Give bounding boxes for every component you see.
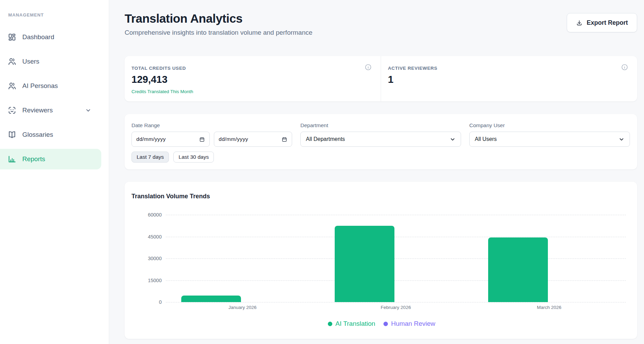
sidebar-item-users[interactable]: Users	[0, 51, 101, 72]
glossary-book-icon	[8, 130, 16, 139]
quick-range-last-7-days[interactable]: Last 7 days	[131, 152, 169, 163]
sidebar-item-glossaries[interactable]: Glossaries	[0, 124, 101, 145]
users-icon	[8, 57, 16, 66]
chevron-down-icon	[618, 136, 625, 143]
y-axis-tick: 60000	[148, 212, 162, 218]
y-axis-tick: 30000	[148, 256, 162, 261]
stat-label: TOTAL CREDITS USED	[131, 66, 372, 71]
stat-card-active-reviewers: ACTIVE REVIEWERS1	[381, 56, 637, 101]
y-axis-tick: 0	[159, 299, 162, 305]
date-range-label: Date Range	[131, 122, 292, 129]
chart-title: Translation Volume Trends	[131, 193, 632, 200]
calendar-icon[interactable]	[281, 136, 287, 142]
quick-range-buttons: Last 7 daysLast 30 days	[131, 152, 292, 163]
chart-legend: AI TranslationHuman Review	[131, 320, 632, 328]
gridline	[166, 302, 626, 302]
filter-row: Date Range dd/mm/yyyy dd/mm/yyyy Last 7 …	[131, 122, 630, 163]
legend-dot	[383, 322, 388, 326]
chart-plot: January 2026February 2026March 2026	[166, 215, 626, 302]
sidebar-item-label: AI Personas	[22, 82, 58, 90]
sidebar-item-ai-personas[interactable]: AI Personas	[0, 76, 101, 96]
department-label: Department	[300, 122, 461, 129]
company-user-selected-value: All Users	[475, 136, 497, 142]
x-axis-label: January 2026	[228, 305, 256, 310]
legend-item-ai-translation: AI Translation	[328, 320, 375, 328]
end-date-value: dd/mm/yyyy	[219, 136, 248, 142]
stat-value: 129,413	[131, 74, 372, 85]
legend-dot	[328, 322, 332, 326]
legend-item-human-review: Human Review	[383, 320, 435, 328]
ai-personas-icon	[8, 81, 16, 90]
y-axis-tick: 45000	[148, 234, 162, 240]
stat-caption: Credits Translated This Month	[131, 89, 372, 94]
sidebar-item-label: Reports	[22, 155, 45, 163]
start-date-input[interactable]: dd/mm/yyyy	[131, 132, 210, 147]
sidebar-item-label: Users	[22, 58, 39, 65]
info-icon[interactable]	[621, 64, 628, 71]
sidebar-item-label: Dashboard	[22, 33, 54, 41]
sidebar-nav: DashboardUsersAI PersonasReviewersGlossa…	[0, 27, 109, 169]
x-axis-label: February 2026	[381, 305, 411, 310]
department-selected-value: All Departments	[306, 136, 345, 142]
end-date-input[interactable]: dd/mm/yyyy	[214, 132, 292, 147]
bar-ai-translation-march-2026	[488, 237, 548, 302]
y-axis: 015000300004500060000	[131, 215, 162, 302]
sidebar: MANAGEMENT DashboardUsersAI PersonasRevi…	[0, 0, 109, 344]
bar-ai-translation-january-2026	[181, 296, 241, 302]
page-subtitle: Comprehensive insights into translation …	[125, 29, 312, 36]
quick-range-last-30-days[interactable]: Last 30 days	[173, 152, 214, 163]
stat-label: ACTIVE REVIEWERS	[388, 66, 628, 71]
gridline	[166, 215, 626, 215]
sidebar-item-reports[interactable]: Reports	[0, 149, 101, 169]
chevron-down-icon	[449, 136, 456, 143]
y-axis-tick: 15000	[148, 278, 162, 283]
sidebar-item-label: Reviewers	[22, 107, 53, 114]
department-select[interactable]: All Departments	[300, 132, 461, 147]
department-group: Department All Departments	[300, 122, 461, 163]
dashboard-grid-icon	[8, 33, 16, 42]
export-report-button[interactable]: Export Report	[567, 13, 637, 32]
stats-card: TOTAL CREDITS USED129,413Credits Transla…	[125, 56, 637, 101]
company-user-select[interactable]: All Users	[469, 132, 630, 147]
reports-chart-icon	[8, 155, 16, 164]
bar-ai-translation-february-2026	[335, 226, 394, 302]
gridline	[166, 237, 626, 237]
legend-label: Human Review	[391, 320, 435, 328]
company-user-label: Company User	[469, 122, 630, 129]
sidebar-item-label: Glossaries	[22, 131, 53, 138]
date-inputs: dd/mm/yyyy dd/mm/yyyy	[131, 132, 292, 147]
date-range-group: Date Range dd/mm/yyyy dd/mm/yyyy Last 7 …	[131, 122, 292, 163]
stat-card-total-credits-used: TOTAL CREDITS USED129,413Credits Transla…	[125, 56, 381, 101]
page-title: Translation Analytics	[125, 12, 312, 25]
sidebar-section-label: MANAGEMENT	[8, 12, 109, 18]
reviewer-scan-icon	[8, 106, 16, 115]
page-header-text: Translation Analytics Comprehensive insi…	[125, 12, 312, 36]
filters-card: Date Range dd/mm/yyyy dd/mm/yyyy Last 7 …	[125, 114, 637, 169]
gridline	[166, 258, 626, 259]
start-date-value: dd/mm/yyyy	[136, 136, 166, 142]
x-axis-label: March 2026	[537, 305, 561, 310]
page-header: Translation Analytics Comprehensive insi…	[125, 12, 637, 36]
gridline	[166, 280, 626, 281]
calendar-icon[interactable]	[199, 136, 205, 142]
chart-card: Translation Volume Trends 01500030000450…	[125, 182, 637, 339]
legend-label: AI Translation	[335, 320, 375, 328]
chevron-down-icon	[85, 107, 92, 114]
chart-area: 015000300004500060000 January 2026Februa…	[131, 215, 632, 317]
sidebar-item-dashboard[interactable]: Dashboard	[0, 27, 101, 47]
main-content: Translation Analytics Comprehensive insi…	[109, 0, 644, 344]
export-report-label: Export Report	[587, 19, 628, 26]
sidebar-item-reviewers[interactable]: Reviewers	[0, 100, 101, 121]
stat-value: 1	[388, 74, 628, 85]
company-user-group: Company User All Users	[469, 122, 630, 163]
download-icon	[576, 20, 583, 26]
info-icon[interactable]	[365, 64, 372, 71]
app-root: MANAGEMENT DashboardUsersAI PersonasRevi…	[0, 0, 644, 344]
